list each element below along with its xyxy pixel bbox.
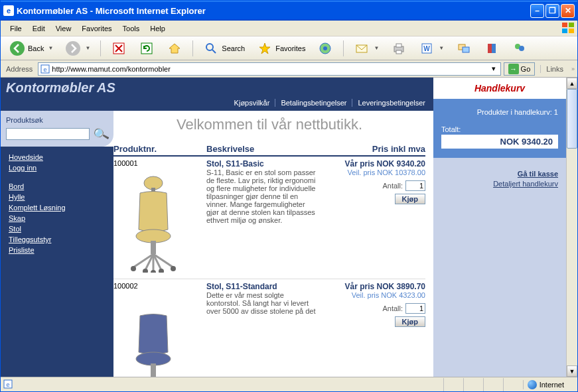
refresh-icon (139, 40, 155, 56)
site-header: Kontormøbler AS (1, 78, 186, 111)
svg-point-5 (66, 41, 80, 56)
svg-point-23 (519, 46, 524, 51)
buy-button[interactable]: Kjøp (395, 194, 425, 204)
nav-hylle[interactable]: Hylle (9, 193, 106, 201)
statusbar: e Internet (1, 377, 577, 391)
svg-text:W: W (424, 45, 431, 52)
nav-home[interactable]: Hovedside (9, 153, 106, 161)
close-button[interactable]: ✕ (561, 4, 575, 18)
page-icon: e (40, 64, 50, 74)
forward-button[interactable]: ▼ (60, 39, 95, 58)
favorites-button[interactable]: Favorites (252, 39, 310, 58)
nav-bord[interactable]: Bord (9, 182, 106, 190)
home-icon (167, 40, 182, 56)
search-button[interactable]: Search (198, 39, 250, 58)
edit-button[interactable]: W▼ (414, 39, 449, 58)
discuss-button[interactable] (451, 39, 476, 58)
svg-rect-1 (569, 23, 574, 27)
product-row: 100001Stol, S11-BasicS-11, Basic er en s… (113, 157, 425, 279)
svg-rect-41 (151, 363, 156, 377)
qty-label: Antall: (382, 304, 403, 312)
svg-point-36 (171, 266, 176, 271)
home-button[interactable] (162, 39, 187, 58)
svg-rect-0 (562, 23, 567, 27)
product-row: 100002Stol, S11-StandardDette er vår mes… (113, 279, 425, 377)
col-description: Beskrivelse (206, 144, 319, 154)
detailed-cart-link[interactable]: Detaljert handlekurv (441, 180, 558, 188)
product-image (113, 170, 193, 276)
product-description: Dette er vår mest solgte kontorstol. Så … (206, 291, 319, 315)
svg-point-8 (206, 44, 213, 50)
nav-komplett[interactable]: Komplett Løsning (9, 204, 106, 212)
mail-icon (354, 40, 370, 56)
svg-point-11 (323, 46, 327, 50)
search-input[interactable] (6, 128, 90, 140)
svg-point-35 (131, 266, 136, 271)
scroll-down-button[interactable]: ▼ (567, 365, 577, 377)
qty-input[interactable] (405, 180, 425, 191)
research-icon (484, 40, 500, 56)
svg-rect-20 (488, 44, 492, 53)
svg-point-39 (151, 270, 156, 273)
svg-text:e: e (6, 381, 9, 388)
print-icon (391, 40, 407, 56)
messenger-button[interactable] (507, 39, 532, 58)
product-description: S-11, Basic er en stol som passer de fle… (206, 168, 319, 224)
nav-login[interactable]: Logg inn (9, 164, 106, 172)
product-search: Produktsøk 🔍 (1, 111, 113, 147)
go-button[interactable]: → Go (504, 62, 536, 76)
site-title: Kontormøbler AS (6, 80, 181, 96)
vertical-scrollbar[interactable]: ▲ ▼ (566, 78, 577, 377)
word-icon: W (419, 40, 435, 56)
favorites-label: Favorites (275, 44, 305, 52)
refresh-button[interactable] (134, 39, 159, 58)
link-delivery-terms[interactable]: Leveringsbetingelser (352, 99, 425, 107)
scroll-up-button[interactable]: ▲ (567, 78, 577, 89)
nav-tilbehor[interactable]: Tilleggsutstyr (9, 235, 106, 243)
nav-stol[interactable]: Stol (9, 225, 106, 233)
media-button[interactable] (313, 39, 338, 58)
col-product-nr: Produktnr. (113, 144, 206, 154)
sidebar-nav: Hovedside Logg inn Bord Hylle Komplett L… (1, 147, 113, 377)
address-input[interactable] (52, 64, 488, 74)
stop-button[interactable] (106, 39, 131, 58)
svg-line-9 (212, 50, 216, 53)
menu-file[interactable]: File (5, 23, 27, 34)
minimize-button[interactable]: – (530, 4, 544, 18)
nav-skap[interactable]: Skap (9, 214, 106, 222)
scroll-thumb[interactable] (567, 89, 577, 149)
nav-prisliste[interactable]: Prisliste (9, 246, 106, 254)
print-button[interactable] (386, 39, 411, 58)
product-name: Stol, S11-Basic (206, 159, 319, 168)
address-dropdown[interactable]: ▾ (488, 64, 499, 73)
mail-button[interactable]: ▼ (349, 39, 384, 58)
buy-button[interactable]: Kjøp (395, 316, 425, 327)
checkout-link[interactable]: Gå til kasse (441, 170, 558, 178)
maximize-button[interactable]: ❐ (545, 4, 559, 18)
globe-icon (528, 380, 537, 389)
chevron-down-icon: ▼ (439, 45, 444, 51)
menu-tools[interactable]: Tools (117, 23, 145, 34)
window-title: Kontormøbler AS - Microsoft Internet Exp… (17, 6, 530, 16)
menu-favorites[interactable]: Favorites (76, 23, 117, 34)
link-purchase-terms[interactable]: Kjøpsvilkår (229, 99, 270, 107)
search-icon[interactable]: 🔍 (92, 125, 110, 143)
search-label: Search (222, 44, 245, 52)
research-button[interactable] (479, 39, 504, 58)
link-payment-terms[interactable]: Betalingsbetingelser (275, 99, 346, 107)
back-button[interactable]: Back ▼ (5, 39, 58, 58)
menu-help[interactable]: Help (145, 23, 171, 34)
menu-view[interactable]: View (50, 23, 77, 34)
media-icon (317, 40, 333, 56)
address-field-wrap[interactable]: e ▾ (38, 62, 500, 76)
svg-point-38 (159, 269, 164, 273)
links-label[interactable]: Links (540, 65, 569, 73)
svg-rect-29 (151, 241, 156, 254)
forward-icon (65, 40, 81, 56)
menu-edit[interactable]: Edit (27, 23, 50, 34)
svg-point-37 (143, 269, 148, 273)
svg-rect-15 (396, 50, 401, 54)
col-price: Pris inkl mva (319, 144, 425, 154)
qty-input[interactable] (405, 303, 425, 314)
search-label: Produktsøk (6, 116, 108, 124)
